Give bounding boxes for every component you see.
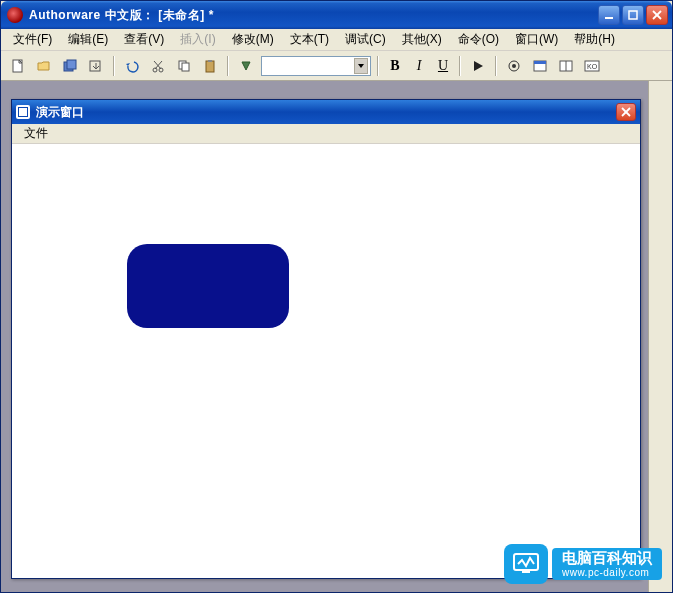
- cut-button[interactable]: [147, 55, 169, 77]
- title-bar: Authorware 中文版： [未命名] *: [1, 1, 672, 29]
- toolbar: B I U KO: [1, 51, 672, 81]
- copy-icon: [176, 58, 192, 74]
- minimize-button[interactable]: [598, 5, 620, 25]
- presentation-close-button[interactable]: [616, 103, 636, 121]
- svg-rect-6: [67, 60, 76, 69]
- new-button[interactable]: [7, 55, 29, 77]
- toolbar-separator: [377, 56, 379, 76]
- minimize-icon: [604, 10, 614, 20]
- import-icon: [88, 58, 104, 74]
- find-icon: [238, 58, 254, 74]
- menu-insert[interactable]: 插入(I): [172, 29, 223, 50]
- menu-view[interactable]: 查看(V): [116, 29, 172, 50]
- presentation-window: 演示窗口 文件: [11, 99, 641, 579]
- dropdown-arrow-icon: [354, 58, 368, 74]
- menu-other[interactable]: 其他(X): [394, 29, 450, 50]
- presentation-menu-file[interactable]: 文件: [18, 124, 54, 143]
- toolbar-separator: [227, 56, 229, 76]
- run-button[interactable]: [467, 55, 489, 77]
- control-panel-button[interactable]: [503, 55, 525, 77]
- paste-icon: [202, 58, 218, 74]
- menu-text[interactable]: 文本(T): [282, 29, 337, 50]
- copy-button[interactable]: [173, 55, 195, 77]
- undo-button[interactable]: [121, 55, 143, 77]
- rounded-rectangle-shape[interactable]: [127, 244, 289, 328]
- font-selector[interactable]: [261, 56, 371, 76]
- menu-window[interactable]: 窗口(W): [507, 29, 566, 50]
- menu-command[interactable]: 命令(O): [450, 29, 507, 50]
- svg-rect-14: [206, 61, 214, 72]
- play-icon: [470, 58, 486, 74]
- ko-icon: KO: [584, 58, 600, 74]
- toolbar-separator: [495, 56, 497, 76]
- function-window-icon: [532, 58, 548, 74]
- save-all-button[interactable]: [59, 55, 81, 77]
- maximize-icon: [628, 10, 638, 20]
- scissors-icon: [150, 58, 166, 74]
- menu-edit[interactable]: 编辑(E): [60, 29, 116, 50]
- control-panel-icon: [506, 58, 522, 74]
- presentation-title: 演示窗口: [36, 104, 84, 121]
- knowledge-button[interactable]: KO: [581, 55, 603, 77]
- open-button[interactable]: [33, 55, 55, 77]
- undo-icon: [124, 58, 140, 74]
- new-file-icon: [10, 58, 26, 74]
- app-icon: [7, 7, 23, 23]
- save-all-icon: [62, 58, 78, 74]
- menu-help[interactable]: 帮助(H): [566, 29, 623, 50]
- svg-rect-19: [534, 61, 546, 64]
- find-button[interactable]: [235, 55, 257, 77]
- open-folder-icon: [36, 58, 52, 74]
- menu-debug[interactable]: 调试(C): [337, 29, 394, 50]
- toolbar-separator: [459, 56, 461, 76]
- toolbar-separator: [113, 56, 115, 76]
- variables-window-icon: [558, 58, 574, 74]
- presentation-title-bar[interactable]: 演示窗口: [12, 100, 640, 124]
- svg-rect-1: [629, 11, 637, 19]
- italic-button[interactable]: I: [409, 58, 429, 74]
- svg-rect-15: [208, 60, 212, 62]
- window-title: Authorware 中文版： [未命名] *: [29, 7, 598, 24]
- menu-modify[interactable]: 修改(M): [224, 29, 282, 50]
- main-window: Authorware 中文版： [未命名] * 文件(F) 编辑(E) 查看(V…: [0, 0, 673, 593]
- menu-file[interactable]: 文件(F): [5, 29, 60, 50]
- paste-button[interactable]: [199, 55, 221, 77]
- bold-button[interactable]: B: [385, 58, 405, 74]
- window-buttons: [598, 5, 668, 25]
- presentation-menu-bar: 文件: [12, 124, 640, 144]
- close-button[interactable]: [646, 5, 668, 25]
- side-panel: [648, 81, 672, 592]
- svg-text:KO: KO: [587, 63, 598, 70]
- presentation-window-icon: [16, 105, 30, 119]
- close-icon: [652, 10, 662, 20]
- work-area: 演示窗口 文件 电脑百科知识 www.pc-daily.com: [1, 81, 672, 592]
- svg-point-17: [512, 64, 516, 68]
- variables-button[interactable]: [555, 55, 577, 77]
- svg-rect-13: [182, 63, 189, 71]
- underline-button[interactable]: U: [433, 58, 453, 74]
- maximize-button[interactable]: [622, 5, 644, 25]
- menu-bar: 文件(F) 编辑(E) 查看(V) 插入(I) 修改(M) 文本(T) 调试(C…: [1, 29, 672, 51]
- import-button[interactable]: [85, 55, 107, 77]
- close-icon: [621, 107, 631, 117]
- svg-rect-0: [605, 17, 613, 19]
- presentation-canvas[interactable]: [12, 144, 640, 578]
- functions-button[interactable]: [529, 55, 551, 77]
